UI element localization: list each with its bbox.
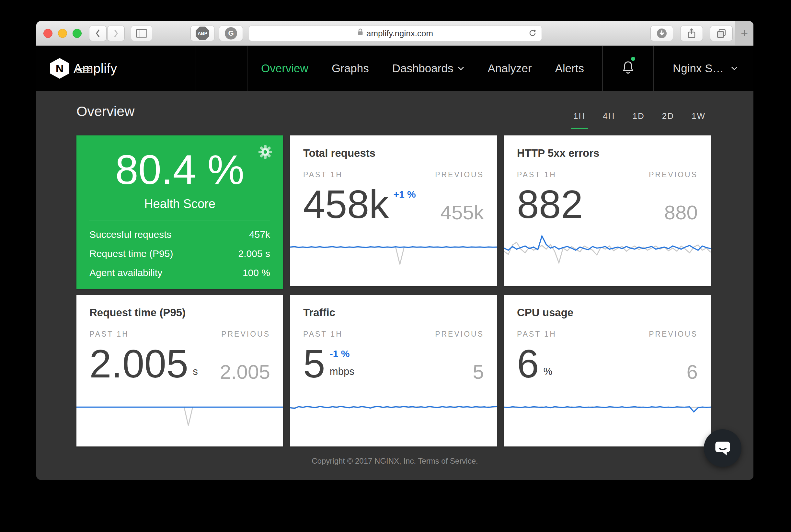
chevron-down-icon <box>731 66 737 70</box>
reload-icon <box>528 28 537 38</box>
share-button[interactable] <box>680 25 703 41</box>
zoom-window-button[interactable] <box>73 29 82 38</box>
stat-value: 2.005 s <box>238 248 270 259</box>
card-title: Total requests <box>303 147 484 159</box>
page-title: Overview <box>76 103 134 119</box>
bell-icon <box>621 60 636 77</box>
metric-previous-value: 880 <box>664 205 698 220</box>
servers-button[interactable] <box>196 46 247 91</box>
nav-item-dashboards[interactable]: Dashboards <box>392 62 464 75</box>
close-window-button[interactable] <box>43 29 53 38</box>
downloads-button[interactable] <box>651 25 673 41</box>
metric-unit: s <box>193 366 198 377</box>
chat-widget-button[interactable] <box>704 429 741 467</box>
time-range-selector: 1H 4H 1D 2D 1W <box>571 111 708 129</box>
health-stat-row: Agent availability 100 % <box>90 267 270 278</box>
gear-icon <box>258 145 273 159</box>
brand[interactable]: N Amplify <box>36 46 196 91</box>
tabs-icon <box>716 28 726 38</box>
ghostery-icon: G <box>225 27 237 40</box>
total-requests-card: Total requests PAST 1H PREVIOUS 458k +1 … <box>290 135 497 286</box>
time-range-1w[interactable]: 1W <box>689 111 708 129</box>
metric-value: 6 <box>517 348 539 380</box>
stat-label: Succesful requests <box>90 229 171 240</box>
forward-icon <box>113 29 119 38</box>
metric-previous-value: 5 <box>473 364 484 380</box>
chevron-down-icon <box>458 66 464 70</box>
sparkline-chart <box>504 388 711 430</box>
minimize-window-button[interactable] <box>58 29 67 38</box>
metric-previous-value: 455k <box>441 205 484 220</box>
past-label: PAST 1H <box>517 330 557 339</box>
traffic-card: Traffic PAST 1H PREVIOUS 5 -1 % mbps 5 <box>290 295 497 446</box>
past-label: PAST 1H <box>303 170 343 179</box>
stat-label: Request time (P95) <box>90 248 173 259</box>
card-title: HTTP 5xx errors <box>517 147 698 159</box>
health-stat-row: Request time (P95) 2.005 s <box>90 248 270 259</box>
sparkline-chart <box>290 388 497 430</box>
health-score-card: 80.4 % Health Score Succesful requests 4… <box>76 135 283 289</box>
plus-icon: + <box>741 26 748 40</box>
adblock-icon: ABP <box>196 26 209 40</box>
nav-item-overview[interactable]: Overview <box>261 62 308 75</box>
metric-value: 882 <box>517 189 583 221</box>
card-title: Traffic <box>303 306 484 319</box>
metric-value: 2.005 <box>90 348 188 380</box>
account-menu[interactable]: Nginx S… <box>654 46 753 91</box>
previous-label: PREVIOUS <box>221 330 270 339</box>
download-icon <box>656 28 667 39</box>
metric-unit: mbps <box>330 366 354 377</box>
stat-value: 100 % <box>243 267 270 278</box>
nav-item-analyzer[interactable]: Analyzer <box>487 62 532 75</box>
stat-label: Agent availability <box>90 267 162 278</box>
back-icon <box>95 29 100 38</box>
tabs-overview-button[interactable] <box>710 25 733 41</box>
metric-previous-value: 2.005 <box>220 364 270 380</box>
health-card-divider <box>90 221 270 221</box>
nav-item-graphs[interactable]: Graphs <box>332 62 369 75</box>
sparkline-chart <box>290 228 497 270</box>
stat-value: 457k <box>249 229 270 240</box>
metric-value: 5 <box>303 348 325 380</box>
back-button[interactable] <box>89 25 107 41</box>
time-range-2d[interactable]: 2D <box>659 111 677 129</box>
app-nav: N Amplify Overview Graphs Dashboards Ana… <box>36 46 753 91</box>
time-range-4h[interactable]: 4H <box>600 111 617 129</box>
address-bar[interactable]: amplify.nginx.com <box>249 25 542 41</box>
adblock-button[interactable]: ABP <box>191 25 214 41</box>
copyright-footer: Copyright © 2017 NGINX, Inc. Terms of Se… <box>36 457 753 466</box>
notifications-button[interactable] <box>603 46 653 91</box>
nginx-logo-icon: N <box>50 58 69 79</box>
previous-label: PREVIOUS <box>649 170 698 179</box>
sparkline-chart <box>76 388 283 430</box>
ghostery-button[interactable]: G <box>219 25 243 41</box>
nav-links: Overview Graphs Dashboards Analyzer Aler… <box>248 46 602 91</box>
metric-previous-value: 6 <box>687 364 698 380</box>
account-label: Nginx S… <box>673 62 724 75</box>
health-stat-row: Succesful requests 457k <box>90 229 270 240</box>
time-range-1d[interactable]: 1D <box>630 111 647 129</box>
sparkline-chart <box>504 228 711 270</box>
http-5xx-errors-card: HTTP 5xx errors PAST 1H PREVIOUS 882 880 <box>504 135 711 286</box>
sidebar-icon <box>136 29 147 38</box>
previous-label: PREVIOUS <box>649 330 698 339</box>
dashboard-content: Overview 1H 4H 1D 2D 1W <box>36 91 753 480</box>
time-range-1h[interactable]: 1H <box>571 111 588 129</box>
sidebar-button[interactable] <box>131 25 152 41</box>
metric-unit: % <box>543 366 553 377</box>
new-tab-button[interactable]: + <box>735 21 753 45</box>
metric-delta: +1 % <box>393 189 416 200</box>
chat-bubble-icon <box>713 439 732 457</box>
forward-button[interactable] <box>107 25 125 41</box>
cpu-usage-card: CPU usage PAST 1H PREVIOUS 6 % 6 <box>504 295 711 446</box>
reload-button[interactable] <box>528 28 537 40</box>
nav-item-alerts[interactable]: Alerts <box>555 62 584 75</box>
share-icon <box>687 28 696 39</box>
lock-icon <box>358 28 363 38</box>
window-controls <box>43 21 82 45</box>
url-text: amplify.nginx.com <box>366 28 433 39</box>
settings-gear-button[interactable] <box>258 145 273 161</box>
metric-delta: -1 % <box>330 348 354 359</box>
previous-label: PREVIOUS <box>435 170 484 179</box>
previous-label: PREVIOUS <box>435 330 484 339</box>
